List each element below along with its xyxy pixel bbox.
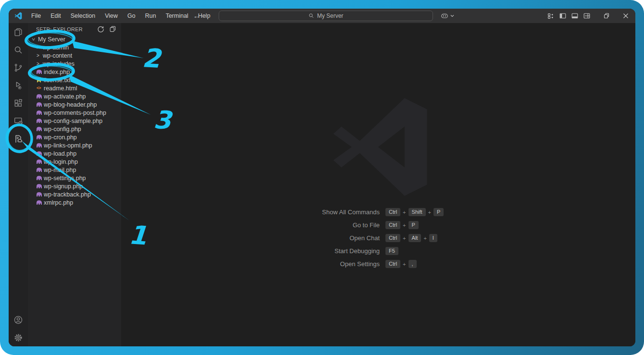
shortcut-label: Show All Commands <box>121 208 384 216</box>
tree-item[interactable]: wp-login.php <box>28 158 121 166</box>
source-control-icon[interactable] <box>9 59 28 76</box>
shortcut-label: Open Chat <box>121 234 384 242</box>
tree-item[interactable]: wp-includes <box>28 60 121 68</box>
tree-item-label: wp-load.php <box>44 150 76 157</box>
file-type-icon <box>37 184 43 189</box>
file-type-icon <box>37 143 43 148</box>
shortcut-keys: Ctrl+P <box>384 221 635 229</box>
menu-item[interactable]: Run <box>141 11 161 21</box>
file-type-icon <box>37 167 43 172</box>
tree-item-label: wp-admin <box>43 44 69 51</box>
file-type-icon <box>37 151 43 156</box>
tree-item[interactable]: wp-links-opml.php <box>28 141 121 149</box>
tree-item[interactable]: readme.html <box>28 84 121 92</box>
search-icon[interactable] <box>9 41 28 59</box>
twisty-chevron-icon <box>37 61 43 66</box>
menu-item[interactable]: Selection <box>66 11 99 21</box>
tree-item[interactable]: xmlrpc.php <box>28 198 121 207</box>
close-button[interactable] <box>616 9 635 23</box>
tree-item-label: wp-cron.php <box>44 134 77 141</box>
twisty-chevron-icon <box>37 53 43 58</box>
menu-item[interactable]: Go <box>123 11 140 21</box>
run-debug-icon[interactable] <box>9 76 28 94</box>
file-type-icon <box>37 135 43 140</box>
tree-item[interactable]: wp-activate.php <box>28 92 121 100</box>
shortcut-label: Go to File <box>121 221 384 229</box>
menu-item[interactable]: View <box>100 11 122 21</box>
refresh-icon[interactable] <box>97 25 104 33</box>
file-type-icon <box>37 200 43 205</box>
tree-item-label: xmlrpc.php <box>44 199 73 206</box>
tree-item[interactable]: wp-config-sample.php <box>28 117 121 125</box>
twisty-chevron-icon <box>37 45 43 50</box>
file-type-icon <box>37 94 43 99</box>
tree-item-label: index.php <box>44 69 70 75</box>
shortcut-row: Go to File Ctrl+P <box>121 219 635 232</box>
open-pages-icon[interactable] <box>109 25 116 33</box>
tree-item[interactable]: wp-config.php <box>28 125 121 133</box>
tree-item-label: wp-config.php <box>44 126 81 133</box>
tree-item-label: wp-includes <box>43 61 74 67</box>
tree-item-label: wp-activate.php <box>44 93 86 100</box>
account-icon[interactable] <box>9 311 28 329</box>
file-type-icon <box>37 192 43 197</box>
extensions-icon[interactable] <box>9 94 28 112</box>
restore-button[interactable] <box>597 9 616 23</box>
tree-item[interactable]: wp-comments-post.php <box>28 109 121 117</box>
back-arrow-icon[interactable]: ← <box>193 12 200 20</box>
file-type-icon <box>37 86 43 91</box>
sftp-explorer-sidebar: SFTP: EXPLORER <box>28 23 121 346</box>
forward-arrow-icon[interactable]: → <box>205 12 211 20</box>
customize-layout-icon[interactable] <box>547 12 555 20</box>
shortcut-keys: Ctrl+, <box>384 260 635 268</box>
explorer-icon[interactable] <box>9 23 28 41</box>
screenshot-frame: File Edit Selection View Go Run Terminal… <box>0 0 644 355</box>
settings-gear-icon[interactable] <box>9 329 28 346</box>
shortcut-row: Open Chat Ctrl+Alt+I <box>121 232 635 245</box>
menu-bar: File Edit Selection View Go Run Terminal… <box>27 11 215 21</box>
file-type-icon <box>37 118 43 123</box>
tree-item[interactable]: wp-settings.php <box>28 174 121 182</box>
menu-item[interactable]: File <box>27 11 45 21</box>
tree-item-label: wp-settings.php <box>44 175 86 182</box>
minimize-button[interactable] <box>578 9 597 23</box>
tree-item-label: license.txt <box>44 77 71 84</box>
sidebar-actions <box>97 25 116 33</box>
file-type-icon <box>37 110 43 115</box>
tree-item-label: My Server <box>38 36 65 43</box>
watermark-shortcuts: Show All Commands Ctrl+Shift+P Go to Fil… <box>121 206 635 270</box>
tree-item-label: wp-blog-header.php <box>44 101 97 108</box>
shortcut-label: Start Debugging <box>121 247 384 255</box>
tree-item-label: wp-login.php <box>44 159 78 165</box>
file-type-icon <box>37 69 43 74</box>
file-type-icon <box>37 102 43 107</box>
copilot-menu[interactable] <box>440 9 454 23</box>
tree-item[interactable]: wp-cron.php <box>28 133 121 141</box>
tree-item[interactable]: wp-trackback.php <box>28 190 121 198</box>
shortcut-keys: Ctrl+Alt+I <box>384 234 635 242</box>
tree-item[interactable]: wp-signup.php <box>28 182 121 190</box>
copilot-icon <box>440 12 449 20</box>
menu-item[interactable]: Edit <box>46 11 65 21</box>
sidebar-header: SFTP: EXPLORER <box>28 23 121 35</box>
command-center-search[interactable]: My Server <box>219 11 433 21</box>
sftp-icon[interactable] <box>9 130 28 147</box>
shortcut-label: Open Settings <box>121 260 384 268</box>
tree-item[interactable]: wp-mail.php <box>28 166 121 174</box>
sidebar-title: SFTP: EXPLORER <box>36 26 97 32</box>
file-type-icon <box>37 175 43 181</box>
remote-explorer-icon[interactable] <box>9 112 28 130</box>
tree-item[interactable]: index.php <box>28 68 121 76</box>
shortcut-keys: Ctrl+Shift+P <box>384 208 635 216</box>
toggle-primary-sidebar-icon[interactable] <box>559 12 567 20</box>
tree-item[interactable]: license.txt <box>28 76 121 84</box>
history-nav: ← → <box>193 9 211 23</box>
tree-item[interactable]: wp-blog-header.php <box>28 100 121 109</box>
tree-item[interactable]: My Server <box>28 35 121 43</box>
tree-item-label: wp-content <box>43 52 72 59</box>
tree-item-label: wp-signup.php <box>44 183 83 190</box>
tree-item[interactable]: wp-admin <box>28 43 121 51</box>
menu-item[interactable]: Terminal <box>161 11 193 21</box>
tree-item[interactable]: wp-content <box>28 51 121 60</box>
tree-item[interactable]: wp-load.php <box>28 149 121 158</box>
